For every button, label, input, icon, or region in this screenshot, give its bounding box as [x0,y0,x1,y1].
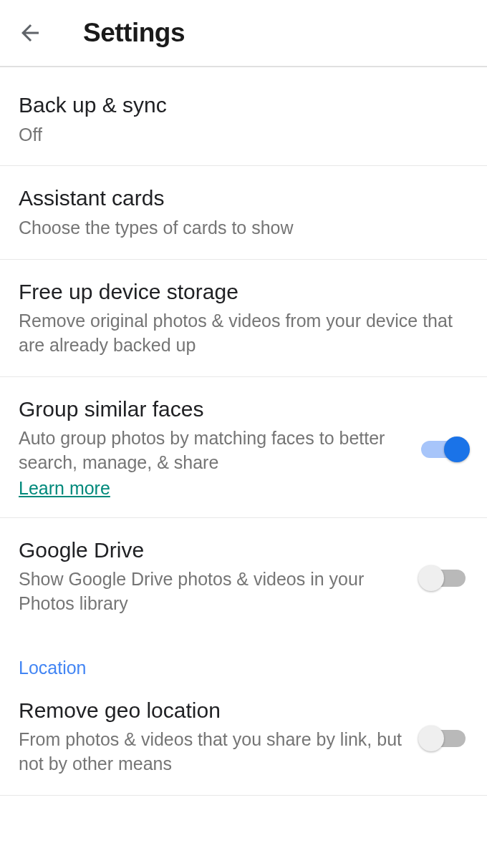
page-title: Settings [83,18,185,48]
settings-item-assistant-cards[interactable]: Assistant cards Choose the types of card… [0,166,487,259]
group-faces-toggle[interactable] [421,434,468,460]
section-header-location: Location [0,635,487,678]
settings-item-google-drive: Google Drive Show Google Drive photos & … [0,518,487,635]
app-header: Settings [0,0,487,67]
back-button[interactable] [16,19,44,47]
item-title: Back up & sync [19,92,468,119]
settings-item-group-similar-faces: Group similar faces Auto group photos by… [0,377,487,518]
switch-thumb [444,437,470,462]
item-subtitle: Off [19,123,468,147]
settings-item-free-up-storage[interactable]: Free up device storage Remove original p… [0,260,487,377]
switch-thumb [418,726,444,751]
item-title: Group similar faces [19,396,407,423]
item-subtitle: Auto group photos by matching faces to b… [19,426,407,475]
item-subtitle: Choose the types of cards to show [19,216,468,240]
remove-geo-toggle[interactable] [421,723,468,749]
switch-thumb [418,565,444,591]
learn-more-link[interactable]: Learn more [19,478,110,499]
item-subtitle: Remove original photos & videos from you… [19,309,468,358]
settings-item-remove-geo-location: Remove geo location From photos & videos… [0,678,487,796]
item-subtitle: From photos & videos that you share by l… [19,728,407,776]
item-title: Free up device storage [19,278,468,306]
google-drive-toggle[interactable] [421,563,468,589]
item-subtitle: Show Google Drive photos & videos in you… [19,567,407,616]
settings-item-backup-sync[interactable]: Back up & sync Off [0,67,487,166]
arrow-back-icon [17,20,43,46]
item-title: Google Drive [19,537,407,564]
item-title: Remove geo location [19,697,407,724]
item-title: Assistant cards [19,185,468,212]
